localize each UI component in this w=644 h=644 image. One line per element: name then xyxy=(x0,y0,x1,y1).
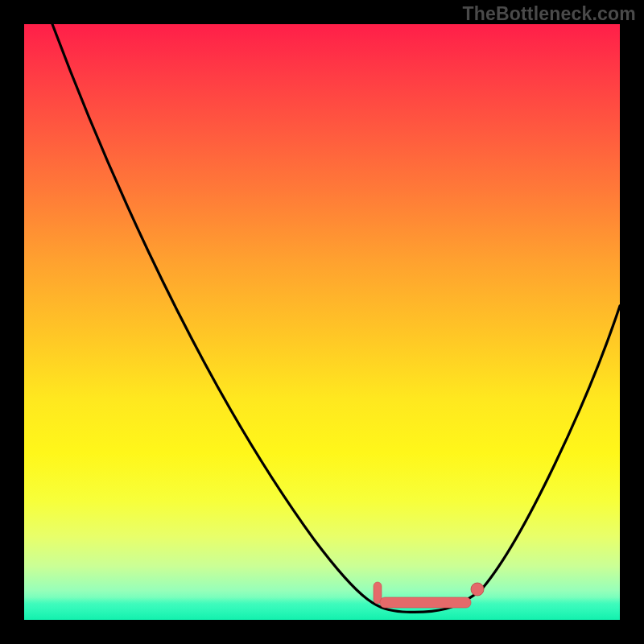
marker-end xyxy=(471,583,484,596)
marker-flat xyxy=(380,597,471,608)
bottleneck-curve xyxy=(24,24,620,620)
curve-path xyxy=(52,24,620,612)
chart-frame: TheBottleneck.com xyxy=(0,0,644,644)
plot-area xyxy=(24,24,620,620)
watermark-text: TheBottleneck.com xyxy=(462,3,636,25)
